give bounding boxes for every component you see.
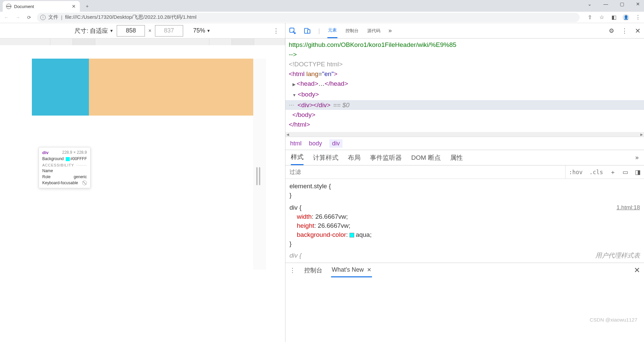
device-toolbar: 尺寸: 自适应▼ 858 × 837 75%▼ ⋮ [0,23,285,39]
crumb-html[interactable]: html [290,140,302,147]
device-more-icon[interactable]: ⋮ [273,27,279,35]
computed-toggle-icon[interactable]: ▭ [619,168,632,176]
tab-elements[interactable]: 元素 [327,23,337,38]
dom-doctype: <!DOCTYPE html> [289,59,641,69]
drawer-menu-icon[interactable]: ⋮ [289,267,296,274]
tab-title: Document [14,4,68,9]
info-icon[interactable]: i [40,15,46,20]
drawer-tab-console[interactable]: 控制台 [304,266,323,274]
dom-selected-line[interactable]: ⋯ <div></div> == $0 [285,100,644,110]
crumb-div[interactable]: div [329,139,342,148]
aqua-box [32,59,89,116]
width-input[interactable]: 858 [117,25,145,37]
tooltip-bg-label: Background [42,156,64,161]
share-icon[interactable]: ⇧ [586,14,593,21]
frame-shadow [253,59,266,270]
tabs-overflow-icon[interactable]: » [388,27,392,34]
caret-down-icon: ▼ [207,28,211,33]
chevron-down-icon[interactable]: ⌄ [586,1,593,7]
hov-button[interactable]: :hov [566,169,586,176]
back-button[interactable]: ← [3,14,10,21]
tooltip-kbd-label: Keyboard-focusable [42,181,78,185]
globe-icon [6,4,11,9]
url-prefix: 文件 [48,14,58,20]
browser-tab-strip: Document ✕ ＋ ⌄ — ▢ ✕ [0,0,644,12]
maximize-icon[interactable]: ▢ [619,1,625,7]
profile-avatar[interactable]: 👤 [623,14,629,21]
close-tab-icon[interactable]: ✕ [71,4,76,9]
dom-line-actions-icon[interactable]: ⋯ [289,100,294,110]
dom-hscrollbar[interactable]: ◀▶ [285,132,644,137]
color-swatch-aqua[interactable] [350,233,354,237]
dom-eq-zero: == $0 [333,100,350,110]
reload-button[interactable]: ⟳ [25,14,33,21]
toolbar-right: ⇧ ☆ ◧ 👤 ⋮ [586,14,641,21]
settings-icon[interactable]: ⚙ [609,27,614,35]
close-window-icon[interactable]: ✕ [635,1,641,7]
watermark: CSDN @xiaowu1127 [590,317,637,323]
tab-sources[interactable]: 源代码 [367,23,381,38]
window-controls: ⌄ — ▢ ✕ [586,1,641,7]
tab-computed[interactable]: 计算样式 [313,153,338,162]
new-rule-icon[interactable]: ＋ [606,168,619,176]
viewport [0,45,285,342]
dimensions-dropdown[interactable]: 尺寸: 自适应▼ [74,27,113,35]
tab-properties[interactable]: 属性 [450,153,463,162]
styles-panel[interactable]: element.style { } 1.html:18 div { width:… [285,179,644,263]
styles-filter-input[interactable] [285,165,566,179]
tooltip-bg-value: #00FFFF [70,156,87,161]
dom-comment-url: https://github.com/OBKoro1/koro1FileHead… [289,40,641,50]
forward-button[interactable]: → [14,14,21,21]
dom-tree[interactable]: https://github.com/OBKoro1/koro1FileHead… [285,39,644,132]
devtools-close-icon[interactable]: ✕ [635,27,641,35]
cls-button[interactable]: .cls [586,169,606,176]
drawer-close-icon[interactable]: ✕ [634,266,640,275]
drawer-tab-whatsnew[interactable]: What's New ✕ [331,263,372,277]
minimize-icon[interactable]: — [602,1,609,7]
tab-dom-breakpoints[interactable]: DOM 断点 [411,153,441,162]
close-whatsnew-icon[interactable]: ✕ [367,267,371,273]
browser-tab[interactable]: Document ✕ [3,1,80,12]
devtools-pane: | 元素 控制台 源代码 » ⚙ ⋮ ✕ https://github.com/… [285,23,644,342]
svg-rect-2 [308,29,310,33]
tab-console[interactable]: 控制台 [345,23,359,38]
zoom-dropdown[interactable]: 75%▼ [193,27,211,34]
tooltip-name-label: Name [42,168,53,173]
styles-tabs: 样式 计算样式 布局 事件监听器 DOM 断点 属性 » [285,150,644,165]
tooltip-role-value: generic [74,175,87,179]
url-separator: | [61,14,62,20]
url-box[interactable]: i 文件 | file:///C:/Users/17320/Desktop/飞思… [37,13,580,22]
rendered-page-pane: 尺寸: 自适应▼ 858 × 837 75%▼ ⋮ [0,23,285,342]
crumb-body[interactable]: body [309,140,322,147]
color-swatch [66,157,70,161]
drawer-bar: ⋮ 控制台 What's New ✕ ✕ [285,263,644,277]
resize-handle[interactable] [256,167,260,185]
height-input[interactable]: 837 [155,25,183,37]
element-style-selector: element.style { [289,183,331,190]
new-tab-button[interactable]: ＋ [85,1,90,12]
times-icon: × [148,28,151,34]
caret-down-icon: ▼ [109,28,113,33]
element-tooltip: div 228.9 × 228.9 Background #00FFFF ACC… [39,147,91,188]
tooltip-element: div [42,150,49,155]
rule-selector: div { [289,204,302,211]
tooltip-section: ACCESSIBILITY [42,163,74,167]
dom-comment-end: --> [289,50,641,59]
tab-styles[interactable]: 样式 [291,150,304,165]
styles-tabs-overflow-icon[interactable]: » [635,154,639,161]
tab-layout[interactable]: 布局 [348,153,361,162]
device-toggle-icon[interactable] [304,27,311,35]
tab-listeners[interactable]: 事件监听器 [370,153,402,162]
page-frame [32,59,253,342]
url-text: file:///C:/Users/17320/Desktop/飞思/2022.1… [65,14,197,20]
menu-icon[interactable]: ⋮ [635,14,641,21]
bookmark-icon[interactable]: ☆ [598,14,605,21]
tooltip-dimensions: 228.9 × 228.9 [62,150,87,155]
sidebar-toggle-icon[interactable]: ◨ [632,168,644,176]
inspect-icon[interactable] [289,27,296,35]
style-source-link[interactable]: 1.html:18 [616,203,640,212]
breadcrumb: html body div [285,137,644,150]
devtools-menu-icon[interactable]: ⋮ [622,27,628,35]
sidepanel-icon[interactable]: ◧ [610,14,617,21]
tooltip-role-label: Role [42,175,51,179]
